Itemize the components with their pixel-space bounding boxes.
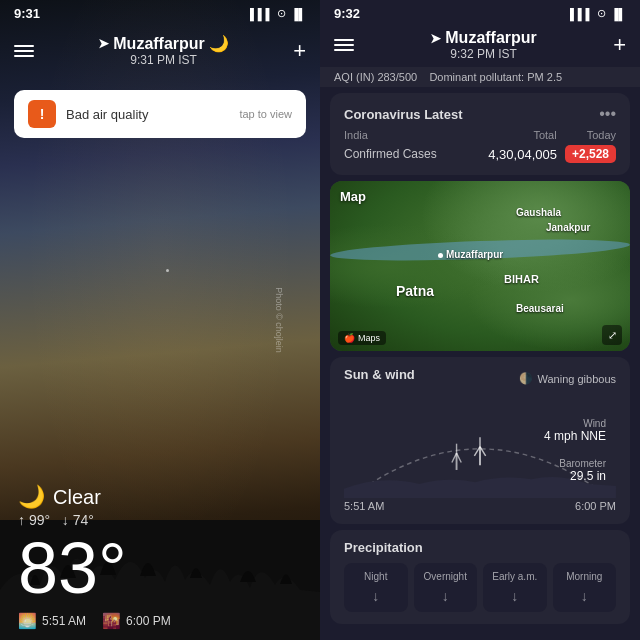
covid-header: Coronavirus Latest ••• [344, 105, 616, 123]
covid-card: Coronavirus Latest ••• India Total Today… [330, 93, 630, 175]
segment-overnight: Overnight ↓ [414, 563, 478, 612]
map-label-bihar: BIHAR [504, 273, 539, 285]
status-time-left: 9:31 [14, 6, 40, 21]
aqi-bar: AQI (IN) 283/500 Dominant pollutant: PM … [320, 67, 640, 87]
moon-phase: 🌗 Waning gibbous [519, 372, 616, 385]
map-visual: Gaushala Janakpur Muzaffarpur Patna BIHA… [330, 181, 630, 351]
moon-icon-left: 🌙 [209, 34, 229, 53]
aqi-value: AQI (IN) 283/500 [334, 71, 417, 83]
more-options-icon[interactable]: ••• [599, 105, 616, 123]
seg-label-night: Night [350, 571, 402, 582]
left-panel: 9:31 ▌▌▌ ⊙ ▐▌ ➤ Muzaffarpur 🌙 9:31 PM IS… [0, 0, 320, 640]
covid-total-label: Total [533, 129, 556, 141]
location-time-right: 9:32 PM IST [450, 47, 517, 61]
wind-label: Wind [544, 418, 606, 429]
sun-times: 🌅 5:51 AM 🌇 6:00 PM [18, 612, 302, 630]
expand-map-icon[interactable]: ⤢ [602, 325, 622, 345]
high-temp: 99° [29, 512, 50, 528]
add-button-left[interactable]: + [293, 38, 306, 64]
map-label-beausarai: Beausarai [516, 303, 564, 314]
location-name-left: ➤ Muzaffarpur 🌙 [98, 34, 229, 53]
sun-wind-header: Sun & wind 🌗 Waning gibbous [344, 367, 616, 390]
precip-arrow-night: ↓ [350, 588, 402, 604]
dominant-pollutant: Dominant pollutant: PM 2.5 [429, 71, 562, 83]
nav-icon-left: ➤ [98, 36, 109, 51]
right-panel: 9:32 ▌▌▌ ⊙ ▐▌ ➤ Muzaffarpur 9:32 PM IST … [320, 0, 640, 640]
location-center-left: ➤ Muzaffarpur 🌙 9:31 PM IST [98, 34, 229, 67]
alert-banner[interactable]: ! Bad air quality tap to view [14, 90, 306, 138]
covid-total-value: 4,30,04,005 [488, 147, 557, 162]
nav-icon-right: ➤ [430, 31, 441, 46]
seg-label-early-am: Early a.m. [489, 571, 541, 582]
map-background: Gaushala Janakpur Muzaffarpur Patna BIHA… [330, 181, 630, 351]
precipitation-title: Precipitation [344, 540, 616, 555]
wifi-icon-right: ⊙ [597, 7, 606, 20]
menu-button[interactable] [14, 45, 34, 57]
baro-label: Barometer [559, 458, 606, 469]
wind-info: Wind 4 mph NNE [544, 418, 606, 443]
temp-range: ↑ 99° ↓ 74° [18, 512, 302, 528]
condition-icon: 🌙 [18, 484, 45, 510]
precip-arrow-overnight: ↓ [420, 588, 472, 604]
precip-arrow-morning: ↓ [559, 588, 611, 604]
map-label-gaushala: Gaushala [516, 207, 561, 218]
add-button-right[interactable]: + [613, 32, 626, 58]
low-temp: 74° [73, 512, 94, 528]
covid-title: Coronavirus Latest [344, 107, 462, 122]
map-title: Map [340, 189, 366, 204]
moon-icon: 🌗 [519, 372, 533, 385]
sunset-label: 6:00 PM [575, 500, 616, 512]
apple-icon: 🍎 [344, 333, 355, 343]
header-right: ➤ Muzaffarpur 9:32 PM IST + [320, 25, 640, 67]
alert-icon: ! [28, 100, 56, 128]
sunrise-label: 5:51 AM [344, 500, 384, 512]
signal-icon-left: ▌▌▌ [250, 8, 273, 20]
sunset-time: 🌇 6:00 PM [102, 612, 171, 630]
wind-value: 4 mph NNE [544, 429, 606, 443]
location-time-left: 9:31 PM IST [130, 53, 197, 67]
segment-morning: Morning ↓ [553, 563, 617, 612]
location-name-right: ➤ Muzaffarpur [430, 29, 537, 47]
sun-wind-title: Sun & wind [344, 367, 415, 382]
battery-icon-left: ▐▌ [290, 8, 306, 20]
status-icons-left: ▌▌▌ ⊙ ▐▌ [250, 7, 306, 20]
map-label-patna: Patna [396, 283, 434, 299]
alert-tap-text: tap to view [239, 108, 292, 120]
weather-bottom: 🌙 Clear ↑ 99° ↓ 74° 83° 🌅 5:51 AM 🌇 6:00… [0, 470, 320, 640]
segment-night: Night ↓ [344, 563, 408, 612]
location-center-right: ➤ Muzaffarpur 9:32 PM IST [430, 29, 537, 61]
main-temperature: 83° [18, 532, 302, 604]
sun-arc-container: Wind 4 mph NNE Barometer 29.5 in [344, 398, 616, 498]
barometer-info: Barometer 29.5 in [559, 458, 606, 483]
alert-text: Bad air quality [66, 107, 229, 122]
seg-label-overnight: Overnight [420, 571, 472, 582]
weather-condition: 🌙 Clear [18, 484, 302, 510]
covid-row-header: India Total Today [344, 129, 616, 141]
status-bar-left: 9:31 ▌▌▌ ⊙ ▐▌ [0, 0, 320, 25]
covid-values: 4,30,04,005 +2,528 [488, 145, 616, 163]
signal-icon-right: ▌▌▌ [570, 8, 593, 20]
menu-button-right[interactable] [334, 39, 354, 51]
covid-today-value: +2,528 [565, 145, 616, 163]
precip-arrow-early-am: ↓ [489, 588, 541, 604]
svg-rect-5 [479, 446, 481, 465]
terrain-hills [330, 181, 630, 351]
sun-wind-card: Sun & wind 🌗 Waning gibbous [330, 357, 630, 524]
header-left: ➤ Muzaffarpur 🌙 9:31 PM IST + [0, 26, 320, 75]
status-icons-right: ▌▌▌ ⊙ ▐▌ [570, 7, 626, 20]
sunrise-time: 🌅 5:51 AM [18, 612, 86, 630]
map-label-muzaffarpur: Muzaffarpur [438, 249, 503, 260]
seg-label-morning: Morning [559, 571, 611, 582]
segment-early-am: Early a.m. ↓ [483, 563, 547, 612]
status-time-right: 9:32 [334, 6, 360, 21]
confirmed-label: Confirmed Cases [344, 147, 437, 161]
baro-value: 29.5 in [559, 469, 606, 483]
sunset-icon: 🌇 [102, 612, 121, 630]
map-section[interactable]: Map Gaushala Janakpur Muzaffarpur Patna … [330, 181, 630, 351]
sun-time-labels: 5:51 AM 6:00 PM [344, 500, 616, 512]
wifi-icon-left: ⊙ [277, 7, 286, 20]
photo-credit: Photo © chojlein [274, 287, 284, 353]
map-label-janakpur: Janakpur [546, 222, 590, 233]
moon-phase-label: Waning gibbous [538, 373, 616, 385]
status-bar-right: 9:32 ▌▌▌ ⊙ ▐▌ [320, 0, 640, 25]
